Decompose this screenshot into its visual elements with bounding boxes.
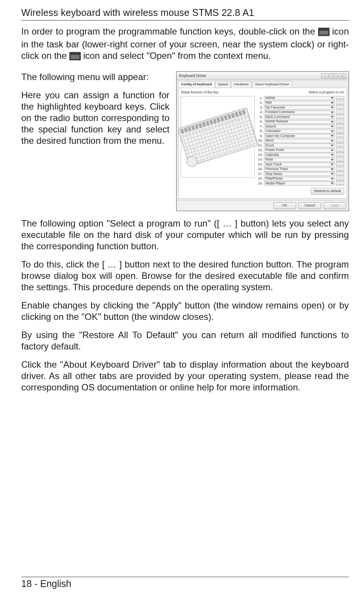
browse-button[interactable]: … (336, 172, 344, 176)
browse-button[interactable]: … (336, 143, 344, 148)
function-number: 18. (257, 176, 263, 181)
window-title: Keyboard Driver (179, 74, 206, 79)
function-number: 13. (257, 153, 263, 157)
browse-button[interactable]: … (336, 153, 344, 157)
cancel-button[interactable]: Cancel (298, 202, 321, 209)
browse-button[interactable]: … (336, 96, 344, 100)
function-row: 13.Calendar… (257, 153, 344, 157)
function-number: 2. (257, 101, 263, 105)
ok-button[interactable]: OK (273, 202, 296, 209)
function-row: 2.Mail… (257, 101, 344, 105)
tab-about[interactable]: About Keyboard Driver (252, 81, 292, 87)
function-select[interactable]: Search (264, 124, 335, 129)
browse-button[interactable]: … (336, 129, 344, 134)
browse-button[interactable]: … (336, 177, 344, 181)
function-number: 10. (257, 138, 263, 143)
function-number: 12. (257, 148, 263, 152)
browse-dialog-paragraph: To do this, click the [ … ] button next … (21, 259, 349, 293)
function-select[interactable]: Previous Track (264, 167, 335, 172)
keyboard-tray-icon (69, 52, 81, 63)
top-divider (21, 20, 349, 20)
maximize-button[interactable]: □ (330, 73, 337, 79)
function-row: 9.Open My Computer… (257, 134, 344, 138)
function-row: 15.Next Track… (257, 162, 344, 167)
browse-button[interactable]: … (336, 181, 344, 186)
function-row: 4.Forward Command… (257, 110, 344, 115)
restore-default-button[interactable]: Restore to default (311, 188, 344, 194)
tab-speed[interactable]: Speed (215, 81, 231, 87)
function-select[interactable]: Word (264, 139, 335, 143)
keyboard-illustration (181, 96, 255, 178)
browse-button[interactable]: … (336, 167, 344, 172)
function-select[interactable]: WWW Refresh (264, 120, 335, 124)
bottom-divider (21, 577, 349, 577)
function-number: 5. (257, 115, 263, 119)
browse-button[interactable]: … (336, 115, 344, 119)
function-number: 6. (257, 120, 263, 124)
function-select[interactable]: Mail (264, 101, 335, 105)
function-row: 7.Search… (257, 124, 344, 129)
function-row: 12.Power Point… (257, 148, 344, 153)
function-row: 3.My Favourite… (257, 105, 344, 110)
about-tab-paragraph: Click the "About Keyboard Driver" tab to… (21, 359, 349, 393)
function-list: 1.WWW…2.Mail…3.My Favourite…4.Forward Co… (257, 96, 344, 186)
function-row: 18.Play/Pause… (257, 176, 344, 181)
function-number: 8. (257, 129, 263, 133)
function-row: 6.WWW Refresh… (257, 120, 344, 124)
browse-button[interactable]: … (336, 124, 344, 129)
function-row: 8.Calculator… (257, 129, 344, 134)
browse-button[interactable]: … (336, 105, 344, 110)
function-select[interactable]: WWW (264, 96, 335, 100)
function-row: 17.Stop Music… (257, 172, 344, 176)
function-select[interactable]: Stop Music (264, 172, 335, 176)
browse-button[interactable]: … (336, 139, 344, 143)
function-select[interactable]: Next Track (264, 162, 335, 167)
browse-button[interactable]: … (336, 134, 344, 138)
tab-hardware[interactable]: Hardware (231, 81, 251, 87)
function-number: 19. (257, 181, 263, 186)
close-button[interactable]: × (339, 73, 346, 79)
minimize-button[interactable]: – (321, 73, 329, 79)
function-select[interactable]: My Favourite (264, 105, 335, 110)
function-row: 11.Excel… (257, 143, 344, 148)
function-select[interactable]: Excel (264, 143, 335, 148)
browse-button[interactable]: … (336, 101, 344, 105)
function-row: 1.WWW… (257, 96, 344, 101)
intro-paragraph: In order to program the programmable fun… (21, 26, 349, 63)
keyboard-driver-window: Keyboard Driver – □ × Config of keyboard… (176, 71, 349, 211)
page-header: Wireless keyboard with wireless mouse ST… (21, 7, 349, 19)
keyboard-tray-icon (318, 27, 329, 39)
function-row: 14.Mute… (257, 157, 344, 162)
menu-appear-text: The following menu will appear: (21, 71, 169, 83)
window-titlebar: Keyboard Driver – □ × (177, 72, 348, 80)
intro-text-c: icon and select "Open" from the context … (83, 50, 271, 61)
function-select[interactable]: Forward Command (264, 110, 335, 115)
function-select[interactable]: Open My Computer (264, 134, 335, 138)
function-select[interactable]: Back Command (264, 115, 335, 119)
apply-button[interactable]: Apply (323, 202, 346, 209)
function-select[interactable]: Power Point (264, 148, 335, 153)
function-number: 1. (257, 96, 263, 100)
select-program-paragraph: The following option "Select a program t… (21, 218, 349, 252)
function-select[interactable]: Calendar (264, 153, 335, 157)
function-select[interactable]: Calculator (264, 129, 335, 134)
function-row: 19.Media Player… (257, 181, 344, 186)
function-select[interactable]: Play/Pause (264, 177, 335, 181)
program-label: Select a program to run (309, 90, 344, 94)
browse-button[interactable]: … (336, 162, 344, 167)
apply-ok-paragraph: Enable changes by clicking the "Apply" b… (21, 300, 349, 323)
function-select[interactable]: Mute (264, 158, 335, 162)
function-row: 5.Back Command… (257, 115, 344, 120)
browse-button[interactable]: … (336, 148, 344, 153)
browse-button[interactable]: … (336, 110, 344, 115)
function-select[interactable]: Media Player (264, 181, 335, 186)
function-row: 10.Word… (257, 138, 344, 143)
browse-button[interactable]: … (336, 120, 344, 124)
keyboard-icon (177, 107, 258, 166)
browse-button[interactable]: … (336, 158, 344, 162)
page-footer: 18 - English (21, 578, 349, 590)
function-row: 16.Previous Track… (257, 167, 344, 172)
tab-config[interactable]: Config of keyboard (178, 81, 215, 87)
function-number: 9. (257, 134, 263, 138)
function-number: 16. (257, 167, 263, 171)
